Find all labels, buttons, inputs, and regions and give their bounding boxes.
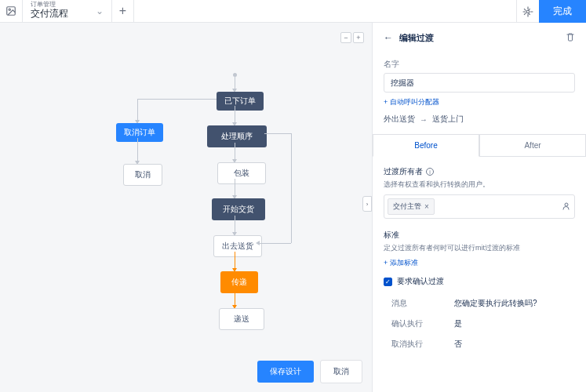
top-left: 订单管理 交付流程 ⌄ + (0, 0, 134, 22)
kv-key: 确认执行 (391, 318, 454, 329)
node-transfer[interactable]: 传递 (220, 271, 258, 293)
node-cancel-order[interactable]: 取消订单 (116, 123, 163, 142)
connector (259, 243, 291, 244)
workflow-canvas[interactable]: − + 已下订单 处理顺序 包装 开始交货 出去送货 传递 递送 取消订单 取消 (0, 23, 372, 350)
name-input[interactable] (384, 73, 575, 93)
cancel-button[interactable]: 取消 (320, 360, 362, 383)
add-criteria-link[interactable]: + 添加标准 (384, 258, 418, 268)
name-label: 名字 (384, 59, 575, 70)
kv-val: 是 (454, 318, 567, 329)
connector (235, 179, 235, 196)
project-selector[interactable]: 订单管理 交付流程 ⌄ (23, 2, 111, 20)
done-button[interactable]: 完成 (539, 0, 586, 23)
connector (235, 289, 235, 306)
project-title: 交付流程 (31, 8, 68, 20)
tab-before[interactable]: Before (373, 134, 479, 157)
arrow-icon (256, 241, 260, 245)
zoom-in-button[interactable]: + (353, 32, 364, 43)
owner-desc: 选择有权查看和执行转换的用户。 (384, 180, 575, 190)
connector (264, 133, 291, 134)
require-confirm-label: 要求确认过渡 (397, 276, 444, 287)
save-button[interactable]: 保存设计 (257, 361, 314, 383)
confirm-details: 消息您确定要执行此转换吗? 确认执行是 取消执行否 (384, 293, 575, 354)
svg-point-3 (565, 203, 568, 206)
project-subtitle: 订单管理 (31, 2, 68, 8)
node-start-deliver[interactable]: 开始交货 (212, 198, 265, 220)
node-delivered[interactable]: 递送 (219, 308, 264, 330)
arrow-right-icon: → (420, 115, 428, 124)
criteria-desc: 定义过渡所有者何时可以进行mit过渡的标准 (384, 243, 575, 253)
from-state: 外出送货 (384, 114, 415, 125)
tab-after[interactable]: After (479, 134, 586, 156)
owner-chip: 交付主管 × (388, 198, 435, 215)
back-icon[interactable]: ← (384, 32, 393, 43)
connector (137, 99, 217, 100)
zoom-out-button[interactable]: − (340, 32, 351, 43)
info-icon[interactable]: i (426, 168, 434, 176)
transition-flow: 外出送货 → 送货上门 (384, 114, 575, 125)
owner-title: 过渡所有者 i (384, 166, 575, 177)
require-confirm-row[interactable]: ✓ 要求确认过渡 (384, 276, 575, 287)
settings-button[interactable] (516, 0, 539, 23)
connector (235, 106, 235, 123)
top-bar: 订单管理 交付流程 ⌄ + 完成 (0, 0, 586, 23)
panel-title: 编辑过渡 (399, 32, 434, 44)
kv-key: 消息 (391, 298, 454, 309)
delete-button[interactable] (566, 31, 575, 45)
connector (235, 252, 235, 269)
kv-val: 您确定要执行此转换吗? (454, 298, 567, 309)
connector (291, 133, 292, 243)
connector (235, 143, 235, 160)
node-out-deliver[interactable]: 出去送货 (213, 235, 262, 257)
collapse-panel-button[interactable]: › (362, 196, 372, 212)
node-process[interactable]: 处理顺序 (207, 125, 267, 147)
criteria-title: 标准 (384, 230, 575, 241)
svg-point-1 (9, 9, 10, 10)
add-button[interactable]: + (111, 0, 134, 23)
side-panel: ← 编辑过渡 名字 + 自动呼叫分配器 外出送货 → 送货上门 Before A… (372, 23, 586, 392)
footer: 保存设计 取消 (0, 350, 372, 392)
kv-key: 取消执行 (391, 339, 454, 350)
node-placed[interactable]: 已下订单 (217, 92, 264, 111)
user-icon[interactable] (562, 200, 571, 214)
to-state: 送货上门 (432, 114, 464, 125)
connector (235, 216, 235, 233)
kv-val: 否 (454, 339, 567, 350)
connector (137, 99, 138, 121)
svg-point-2 (526, 10, 530, 13)
tabs: Before After (373, 134, 586, 157)
chevron-down-icon: ⌄ (96, 5, 104, 16)
remove-chip-icon[interactable]: × (424, 202, 429, 211)
logo-icon[interactable] (0, 0, 23, 23)
connector (137, 138, 138, 162)
node-cancel[interactable]: 取消 (123, 164, 162, 186)
node-pack[interactable]: 包装 (217, 162, 266, 184)
auto-call-link[interactable]: + 自动呼叫分配器 (384, 97, 439, 107)
owner-input[interactable]: 交付主管 × (384, 194, 575, 219)
connector (235, 77, 235, 89)
checkbox-checked-icon[interactable]: ✓ (384, 278, 392, 286)
